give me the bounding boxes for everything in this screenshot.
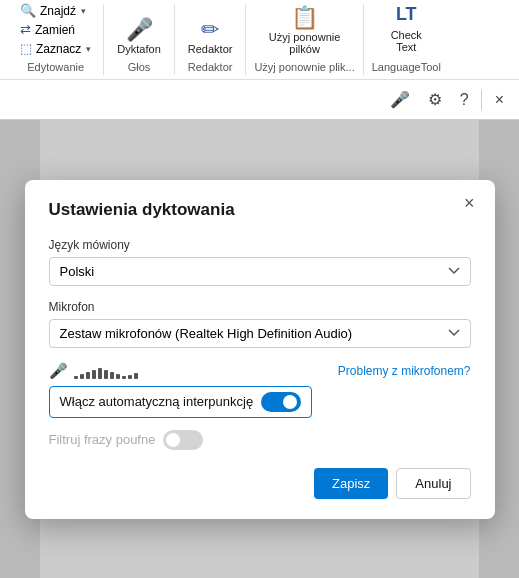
save-button[interactable]: Zapisz xyxy=(314,468,388,499)
languagetool-label: LanguageTool xyxy=(372,61,441,75)
page-area: × Ustawienia dyktowania Język mówiony Po… xyxy=(0,120,519,578)
ribbon-group-glos: 🎤 Dyktafon Głos xyxy=(104,4,174,75)
ribbon-group-reuse: 📋 Użyj ponowniepilków Użyj ponownie plik… xyxy=(246,4,363,75)
replace-icon: ⇄ xyxy=(20,22,31,37)
mic-problem-link[interactable]: Problemy z mikrofonem? xyxy=(338,364,471,378)
filter-row: Filtruj frazy poufne xyxy=(49,430,471,450)
toolbar-mic-icon: 🎤 xyxy=(390,90,410,109)
mic-bar-9 xyxy=(122,376,126,379)
mic-bar-4 xyxy=(92,370,96,379)
reuse-icon: 📋 xyxy=(291,7,318,29)
mic-level-icon: 🎤 xyxy=(49,362,68,380)
editor-label: Redaktor xyxy=(188,43,233,55)
toolbar-help-button[interactable]: ? xyxy=(454,87,475,113)
autopunct-row: Włącz automatyczną interpunkcję xyxy=(49,386,313,418)
toolbar-mic-button[interactable]: 🎤 xyxy=(384,86,416,113)
mic-bar-3 xyxy=(86,372,90,379)
autopunct-thumb xyxy=(283,395,297,409)
ribbon: 🔍 Znajdź ▾ ⇄ Zamień ⬚ Zaznacz ▾ Edytowan… xyxy=(0,0,519,80)
toolbar-help-icon: ? xyxy=(460,91,469,109)
dictate-button[interactable]: 🎤 Dyktafon xyxy=(112,17,165,57)
reuse-group-label: Użyj ponownie plik... xyxy=(254,61,354,75)
edytowanie-label: Edytowanie xyxy=(27,61,84,75)
microphone-select[interactable]: Zestaw mikrofonów (Realtek High Definiti… xyxy=(49,319,471,348)
dialog-dictation-settings: × Ustawienia dyktowania Język mówiony Po… xyxy=(25,180,495,519)
dialog-title: Ustawienia dyktowania xyxy=(49,200,471,220)
filter-toggle[interactable] xyxy=(163,430,203,450)
microphone-label: Mikrofon xyxy=(49,300,471,314)
replace-button[interactable]: ⇄ Zamień xyxy=(16,21,95,38)
mic-bar-5 xyxy=(98,368,102,379)
mic-level-row: 🎤 Problemy z mikrofonem? xyxy=(49,362,471,380)
languagetool-icon: LT xyxy=(396,4,417,25)
find-button[interactable]: 🔍 Znajdź ▾ xyxy=(16,2,95,19)
mic-bar-1 xyxy=(74,376,78,379)
ribbon-group-languagetool: LT CheckText LanguageTool xyxy=(364,4,449,75)
filter-label: Filtruj frazy poufne xyxy=(49,432,156,447)
check-text-label: CheckText xyxy=(391,29,422,53)
toolbar: 🎤 ⚙ ? × xyxy=(0,80,519,120)
language-label: Język mówiony xyxy=(49,238,471,252)
toolbar-close-icon: × xyxy=(495,91,504,108)
reuse-button[interactable]: 📋 Użyj ponowniepilków xyxy=(264,5,346,57)
mic-bar-8 xyxy=(116,374,120,379)
mic-bar-7 xyxy=(110,372,114,379)
find-replace-group: 🔍 Znajdź ▾ ⇄ Zamień ⬚ Zaznacz ▾ xyxy=(16,2,95,57)
mic-bar-11 xyxy=(134,373,138,379)
glos-label: Głos xyxy=(128,61,151,75)
modal-overlay: × Ustawienia dyktowania Język mówiony Po… xyxy=(0,120,519,578)
toolbar-gear-icon: ⚙ xyxy=(428,90,442,109)
mic-bar-6 xyxy=(104,370,108,379)
editor-button[interactable]: ✏ Redaktor xyxy=(183,17,238,57)
select-dropdown-arrow: ▾ xyxy=(86,44,91,54)
autopunct-toggle[interactable] xyxy=(261,392,301,412)
ribbon-group-edytowanie: 🔍 Znajdź ▾ ⇄ Zamień ⬚ Zaznacz ▾ Edytowan… xyxy=(8,4,104,75)
find-dropdown-arrow: ▾ xyxy=(81,6,86,16)
dialog-close-button[interactable]: × xyxy=(458,192,481,214)
toolbar-separator xyxy=(481,90,482,110)
language-select[interactable]: Polski English Deutsch Français xyxy=(49,257,471,286)
mic-bar-10 xyxy=(128,375,132,379)
mic-bars xyxy=(74,363,138,379)
select-button[interactable]: ⬚ Zaznacz ▾ xyxy=(16,40,95,57)
toolbar-close-button[interactable]: × xyxy=(488,87,511,113)
dictate-icon: 🎤 xyxy=(126,19,153,41)
check-text-button[interactable]: LT CheckText xyxy=(383,0,430,57)
find-icon: 🔍 xyxy=(20,3,36,18)
cancel-button[interactable]: Anuluj xyxy=(396,468,470,499)
filter-thumb xyxy=(166,433,180,447)
reuse-label: Użyj ponowniepilków xyxy=(269,31,341,55)
dictate-label: Dyktafon xyxy=(117,43,160,55)
autopunct-label: Włącz automatyczną interpunkcję xyxy=(60,394,254,409)
toolbar-gear-button[interactable]: ⚙ xyxy=(422,86,448,113)
editor-icon: ✏ xyxy=(201,19,219,41)
redaktor-label: Redaktor xyxy=(188,61,233,75)
filter-track xyxy=(163,430,203,450)
dialog-footer: Zapisz Anuluj xyxy=(49,468,471,499)
ribbon-group-redaktor: ✏ Redaktor Redaktor xyxy=(175,4,247,75)
select-icon: ⬚ xyxy=(20,41,32,56)
autopunct-track xyxy=(261,392,301,412)
mic-bar-2 xyxy=(80,374,84,379)
